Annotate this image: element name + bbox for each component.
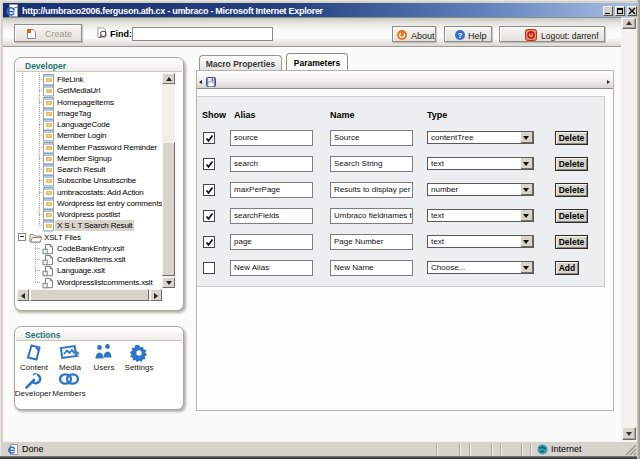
svg-text:?: ? xyxy=(458,31,463,40)
